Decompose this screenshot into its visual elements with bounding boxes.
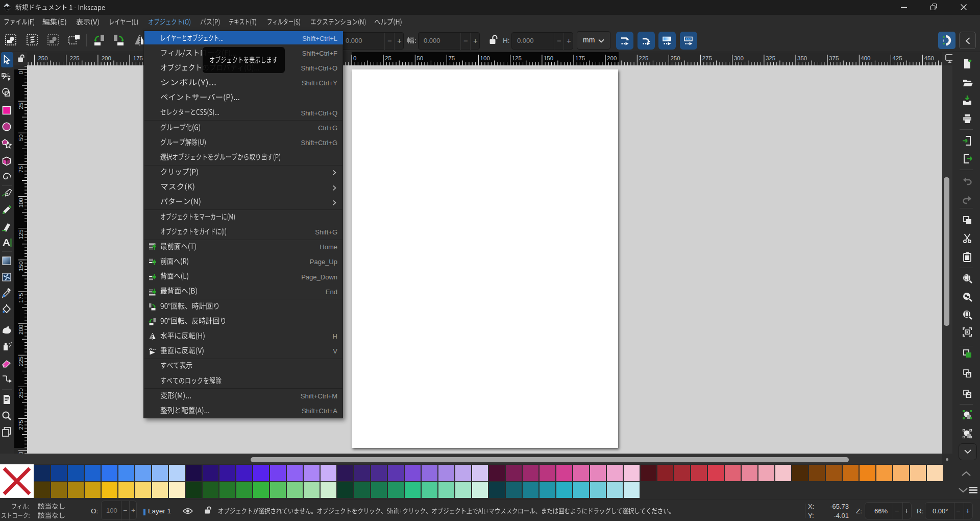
svg-text:375: 375 [829,55,839,61]
svg-text:450: 450 [924,55,934,61]
svg-text:250: 250 [18,388,24,398]
svg-text:125: 125 [512,55,522,61]
svg-text:-225: -225 [68,55,80,61]
svg-text:75: 75 [448,55,455,61]
svg-text:50: 50 [18,134,24,141]
svg-text:400: 400 [861,55,870,61]
svg-text:-250: -250 [36,55,48,61]
svg-text:275: 275 [18,420,24,430]
svg-text:275: 275 [702,55,712,61]
svg-text:0: 0 [18,71,24,74]
svg-text:200: 200 [607,55,617,61]
svg-text:350: 350 [797,55,807,61]
svg-text:-175: -175 [131,55,143,61]
svg-text:250: 250 [670,55,680,61]
svg-text:425: 425 [892,55,902,61]
svg-text:100: 100 [480,55,490,61]
svg-text:225: 225 [639,55,648,61]
svg-text:-200: -200 [100,55,111,61]
svg-text:25: 25 [385,55,391,61]
svg-text:150: 150 [544,55,553,61]
svg-text:200: 200 [18,325,24,335]
svg-text:225: 225 [18,357,24,366]
svg-text:0: 0 [353,55,356,61]
svg-text:25: 25 [18,103,24,109]
svg-text:150: 150 [18,262,24,271]
svg-text:325: 325 [766,55,775,61]
svg-text:75: 75 [18,166,24,173]
svg-text:125: 125 [18,229,24,239]
svg-text:100: 100 [18,198,24,207]
svg-text:175: 175 [575,55,585,61]
svg-text:300: 300 [734,55,744,61]
svg-text:50: 50 [416,55,423,61]
svg-text:175: 175 [18,293,24,303]
